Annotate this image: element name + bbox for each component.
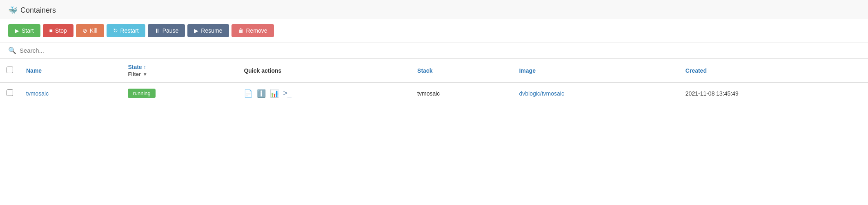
resume-button[interactable]: ▶ Resume xyxy=(187,24,229,37)
kill-button[interactable]: ⊘ Kill xyxy=(76,24,104,37)
row-checkbox-cell xyxy=(0,82,20,104)
containers-icon: 🐳 xyxy=(8,6,17,15)
restart-button[interactable]: ↻ Restart xyxy=(107,24,145,37)
col-header-checkbox xyxy=(0,59,20,82)
container-name-link[interactable]: tvmosaic xyxy=(26,90,49,97)
sort-icon: ↕ xyxy=(144,64,146,70)
created-timestamp: 2021-11-08 13:45:49 xyxy=(685,90,739,97)
row-image-cell: dvblogic/tvmosaic xyxy=(512,82,679,104)
table-row: tvmosaic running 📄 ℹ️ 📊 >_ xyxy=(0,82,868,104)
remove-icon: 🗑 xyxy=(238,27,244,34)
page-title: Containers xyxy=(20,6,56,15)
quick-actions-group: 📄 ℹ️ 📊 >_ xyxy=(244,89,404,98)
inspect-icon[interactable]: ℹ️ xyxy=(257,89,266,98)
restart-icon: ↻ xyxy=(113,27,118,34)
row-created-cell: 2021-11-08 13:45:49 xyxy=(679,82,868,104)
col-header-name[interactable]: Name xyxy=(20,59,121,82)
row-actions-cell: 📄 ℹ️ 📊 >_ xyxy=(237,82,411,104)
containers-table: Name State ↕ Filter ▼ Quick actions xyxy=(0,59,868,104)
stop-icon: ■ xyxy=(49,27,53,34)
page-header: 🐳 Containers xyxy=(0,0,868,19)
start-button[interactable]: ▶ Start xyxy=(8,24,40,37)
pause-icon: ⏸ xyxy=(154,27,160,34)
toolbar: ▶ Start ■ Stop ⊘ Kill ↻ Restart ⏸ Pause … xyxy=(0,19,868,42)
col-header-stack[interactable]: Stack xyxy=(411,59,512,82)
row-name-cell: tvmosaic xyxy=(20,82,121,104)
pause-button[interactable]: ⏸ Pause xyxy=(148,24,185,37)
filter-icon: ▼ xyxy=(142,71,147,77)
logs-icon[interactable]: 📄 xyxy=(244,89,253,98)
stop-button[interactable]: ■ Stop xyxy=(43,24,73,37)
row-state-cell: running xyxy=(121,82,237,104)
col-header-image[interactable]: Image xyxy=(512,59,679,82)
remove-button[interactable]: 🗑 Remove xyxy=(231,24,274,37)
search-icon: 🔍 xyxy=(8,47,16,54)
row-checkbox[interactable] xyxy=(7,89,13,96)
col-header-quick-actions: Quick actions xyxy=(237,59,411,82)
search-bar: 🔍 xyxy=(0,42,868,59)
col-header-state[interactable]: State ↕ Filter ▼ xyxy=(121,59,237,82)
state-badge: running xyxy=(128,89,155,98)
col-header-created[interactable]: Created xyxy=(679,59,868,82)
start-icon: ▶ xyxy=(15,27,19,34)
table-header-row: Name State ↕ Filter ▼ Quick actions xyxy=(0,59,868,82)
console-icon[interactable]: >_ xyxy=(283,89,292,98)
row-stack-cell: tvmosaic xyxy=(411,82,512,104)
containers-table-wrapper: Name State ↕ Filter ▼ Quick actions xyxy=(0,59,868,104)
select-all-checkbox[interactable] xyxy=(7,67,13,73)
resume-icon: ▶ xyxy=(194,27,198,34)
kill-icon: ⊘ xyxy=(82,27,87,34)
search-input[interactable] xyxy=(20,47,860,54)
stats-icon[interactable]: 📊 xyxy=(270,89,279,98)
image-link[interactable]: dvblogic/tvmosaic xyxy=(519,90,564,97)
